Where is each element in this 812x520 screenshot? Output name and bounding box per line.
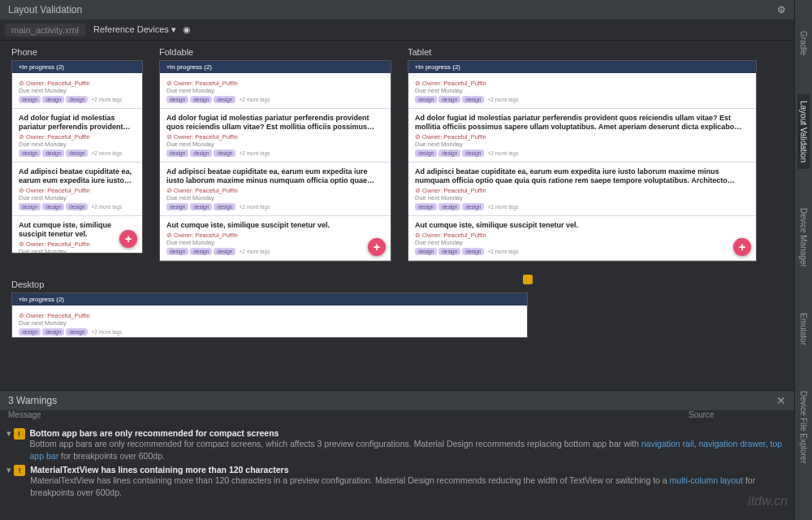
chevron-down-icon[interactable]: ▾: [6, 465, 14, 474]
task-card[interactable]: Ad dolor fugiat id molestias pariatur pe…: [160, 109, 391, 162]
rail-tab-layout-validation[interactable]: Layout Validation: [797, 94, 810, 169]
task-card[interactable]: Aut cumque iste, similique suscipit tene…: [160, 216, 391, 261]
preview-frame-desktop[interactable]: In progress (2)⊘ Owner: Peaceful_PuffinD…: [11, 292, 528, 338]
sprint-header[interactable]: In progress (2): [408, 61, 756, 73]
task-card[interactable]: Ad adipisci beatae cupiditate ea, earum …: [160, 162, 391, 216]
tag-pill[interactable]: design: [214, 96, 235, 103]
preview-frame-phone[interactable]: In progress (2)⊘ Owner: Peaceful_PuffinD…: [11, 60, 143, 254]
due-line: Due next Monday: [19, 319, 520, 327]
fab-add-button[interactable]: +: [368, 238, 386, 256]
rail-tab-device-manager[interactable]: Device Manager: [797, 202, 810, 274]
device-label: Desktop: [11, 280, 528, 289]
tag-pill[interactable]: design: [415, 96, 437, 103]
preview-frame-foldable[interactable]: In progress (2)⊘ Owner: Peaceful_PuffinD…: [159, 60, 391, 262]
warning-detail: MaterialTextView has lines containing mo…: [30, 474, 788, 498]
due-line: Due next Monday: [415, 87, 749, 94]
close-icon[interactable]: ✕: [776, 394, 786, 407]
task-card[interactable]: Ad adipisci beatae cupiditate ea, earum …: [408, 162, 756, 216]
warning-title: MaterialTextView has lines containing mo…: [30, 465, 788, 474]
tag-pill[interactable]: design: [19, 328, 41, 336]
more-tags: +2 more tags: [239, 97, 270, 102]
rail-tab-gradle[interactable]: Gradle: [797, 24, 810, 62]
gear-icon[interactable]: ⚙: [777, 4, 786, 15]
fab-add-button[interactable]: +: [733, 238, 751, 256]
rail-tab-emulator[interactable]: Emulator: [797, 306, 810, 352]
owner-line: ⊘ Owner: Peaceful_Puffin: [19, 312, 520, 319]
rail-tab-device-file-explorer[interactable]: Device File Explorer: [797, 384, 810, 470]
tag-pill[interactable]: design: [66, 328, 88, 336]
task-card[interactable]: Ad dolor fugiat id molestias pariatur pe…: [12, 109, 142, 162]
warnings-count: 3 Warnings: [8, 395, 57, 406]
task-card[interactable]: Ad adipisci beatae cupiditate ea, earum …: [12, 162, 142, 216]
preview-frame-tablet[interactable]: In progress (2)⊘ Owner: Peaceful_PuffinD…: [408, 60, 757, 262]
tag-pill[interactable]: design: [19, 96, 41, 103]
col-source: Source: [689, 410, 786, 425]
tag-pill[interactable]: design: [166, 96, 188, 103]
more-tags: +2 more tags: [91, 97, 122, 102]
owner-line: ⊘ Owner: Peaceful_Puffin: [166, 80, 384, 87]
warning-icon: !: [14, 428, 25, 440]
reference-devices-dropdown[interactable]: Reference Devices ▾: [93, 24, 176, 35]
owner-line: ⊘ Owner: Peaceful_Puffin: [19, 80, 136, 87]
sprint-header[interactable]: In progress (2): [160, 61, 391, 73]
task-card[interactable]: Animi culpa eius facilis incidunt modi n…: [160, 261, 391, 262]
file-chip[interactable]: main_activity.xml: [5, 24, 85, 37]
more-tags: +2 more tags: [91, 329, 122, 335]
warning-detail: Bottom app bars are only recommended for…: [30, 438, 788, 462]
due-line: Due next Monday: [19, 87, 136, 94]
tool-title: Layout Validation: [8, 4, 82, 15]
doc-link[interactable]: navigation drawer: [698, 439, 765, 448]
task-card[interactable]: Ad dolor fugiat id molestias pariatur pe…: [408, 109, 756, 162]
task-card[interactable]: Aut cumque iste, similique suscipit tene…: [408, 216, 756, 261]
tag-pill[interactable]: design: [66, 96, 88, 103]
due-line: Due next Monday: [166, 87, 384, 94]
tag-pill[interactable]: design: [42, 96, 64, 103]
sprint-header[interactable]: In progress (2): [12, 61, 142, 73]
device-label: Phone: [11, 47, 143, 57]
fab-add-button[interactable]: +: [119, 230, 137, 248]
warning-title: Bottom app bars are only recommended for…: [30, 428, 788, 438]
device-label: Tablet: [408, 47, 757, 57]
right-tool-rail: Gradle Layout Validation Device Manager …: [794, 0, 812, 520]
tag-pill[interactable]: design: [42, 328, 64, 336]
doc-link[interactable]: navigation rail: [641, 439, 694, 448]
tag-pill[interactable]: design: [462, 96, 484, 103]
more-tags: +2 more tags: [487, 97, 518, 102]
warning-icon: !: [14, 465, 25, 476]
tag-pill[interactable]: design: [438, 96, 460, 103]
col-message: Message: [8, 410, 689, 425]
doc-link[interactable]: multi-column layout: [670, 475, 743, 485]
sprint-header[interactable]: In progress (2): [12, 293, 527, 306]
owner-line: ⊘ Owner: Peaceful_Puffin: [415, 80, 749, 87]
chevron-down-icon[interactable]: ▾: [6, 428, 14, 438]
warning-indicator-icon: [523, 275, 533, 284]
device-label: Foldable: [159, 47, 391, 57]
visibility-icon[interactable]: ◉: [183, 24, 191, 35]
tag-pill[interactable]: design: [190, 96, 212, 103]
